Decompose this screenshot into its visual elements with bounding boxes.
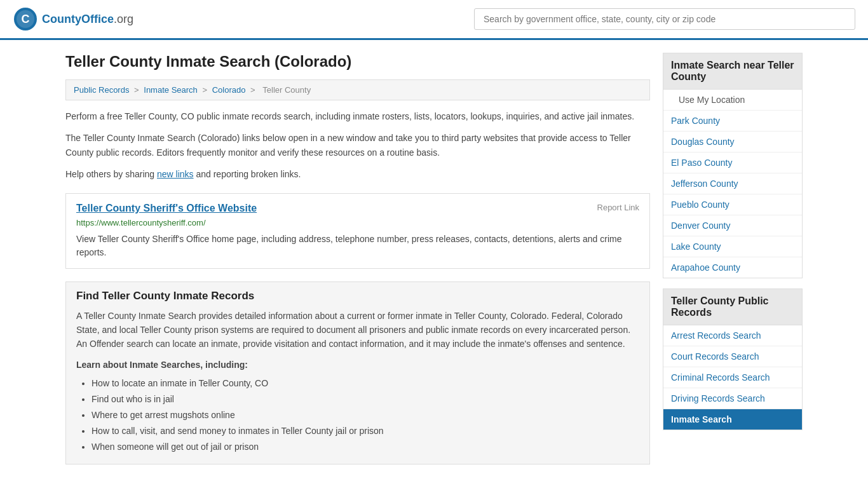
intro-paragraph-3: Help others by sharing new links and rep… (65, 167, 650, 181)
list-item: How to call, visit, and send money to in… (92, 424, 639, 438)
learn-heading: Learn about Inmate Searches, including: (76, 358, 639, 372)
nearby-section-body: Use My Location Park CountyDouglas Count… (663, 90, 803, 278)
sidebar-item-county[interactable]: Pueblo County (663, 194, 802, 215)
search-input[interactable] (474, 8, 855, 30)
list-item: When someone will get out of jail or pri… (92, 440, 639, 454)
breadcrumb-inmate-search[interactable]: Inmate Search (144, 85, 198, 95)
sidebar-item-county[interactable]: Douglas County (663, 132, 802, 152)
svg-text:C: C (22, 13, 30, 25)
nearby-section: Inmate Search near Teller County Use My … (663, 53, 803, 278)
sidebar-item-county[interactable]: El Paso County (663, 152, 802, 173)
public-records-section-body: Arrest Records SearchCourt Records Searc… (663, 325, 803, 430)
sidebar-item-county[interactable]: Park County (663, 111, 802, 132)
sidebar-item-public-record[interactable]: Inmate Search (663, 409, 802, 430)
find-section: Find Teller County Inmate Records A Tell… (65, 281, 650, 465)
breadcrumb-teller: Teller County (262, 85, 311, 95)
breadcrumb-sep3: > (250, 85, 257, 95)
nearby-counties-list: Park CountyDouglas CountyEl Paso CountyJ… (663, 111, 802, 278)
site-header: C CountyOffice.org (0, 0, 868, 40)
sidebar-item-county[interactable]: Lake County (663, 236, 802, 257)
report-link-button[interactable]: Report Link (597, 203, 639, 212)
sidebar-item-county[interactable]: Denver County (663, 215, 802, 236)
sidebar-item-public-record[interactable]: Court Records Search (663, 346, 802, 367)
resource-card-header: Teller County Sheriff's Office Website R… (76, 203, 639, 214)
resource-url[interactable]: https://www.tellercountysheriff.com/ (76, 218, 639, 227)
sidebar-item-county[interactable]: Arapahoe County (663, 257, 802, 278)
breadcrumb-sep2: > (202, 85, 209, 95)
public-records-section: Teller County Public Records Arrest Reco… (663, 288, 803, 430)
nearby-section-title: Inmate Search near Teller County (663, 53, 803, 90)
list-item: How to locate an inmate in Teller County… (92, 377, 639, 390)
sidebar-item-public-record[interactable]: Driving Records Search (663, 388, 802, 409)
public-records-list: Arrest Records SearchCourt Records Searc… (663, 325, 802, 430)
breadcrumb: Public Records > Inmate Search > Colorad… (65, 79, 650, 100)
logo-area: C CountyOffice.org (13, 6, 133, 32)
intro-paragraph-2: The Teller County Inmate Search (Colorad… (65, 131, 650, 159)
logo-text: CountyOffice.org (42, 13, 133, 26)
use-my-location[interactable]: Use My Location (663, 90, 802, 111)
intro-paragraph-1: Perform a free Teller County, CO public … (65, 109, 650, 123)
logo-icon: C (13, 6, 38, 32)
intro3-before: Help others by sharing (65, 169, 157, 179)
sidebar-item-county[interactable]: Jefferson County (663, 173, 802, 194)
public-records-section-title: Teller County Public Records (663, 288, 803, 325)
sidebar-item-public-record[interactable]: Criminal Records Search (663, 367, 802, 388)
breadcrumb-sep1: > (134, 85, 141, 95)
list-item: Find out who is in jail (92, 393, 639, 406)
learn-list: How to locate an inmate in Teller County… (76, 377, 639, 454)
intro3-after: and reporting broken links. (194, 169, 301, 179)
main-wrapper: Teller County Inmate Search (Colorado) P… (53, 40, 815, 477)
find-section-title: Find Teller County Inmate Records (76, 290, 639, 302)
breadcrumb-public-records[interactable]: Public Records (74, 85, 129, 95)
sidebar: Inmate Search near Teller County Use My … (663, 53, 803, 464)
breadcrumb-colorado[interactable]: Colorado (212, 85, 246, 95)
new-links-link[interactable]: new links (157, 169, 194, 179)
list-item: Where to get arrest mugshots online (92, 409, 639, 422)
content-area: Teller County Inmate Search (Colorado) P… (65, 53, 650, 464)
page-title: Teller County Inmate Search (Colorado) (65, 53, 650, 71)
sidebar-item-public-record[interactable]: Arrest Records Search (663, 325, 802, 346)
resource-description: View Teller County Sheriff's Office home… (76, 233, 639, 259)
find-section-body: A Teller County Inmate Search provides d… (76, 309, 639, 351)
resource-title[interactable]: Teller County Sheriff's Office Website (76, 203, 257, 214)
resource-card: Teller County Sheriff's Office Website R… (65, 193, 650, 269)
